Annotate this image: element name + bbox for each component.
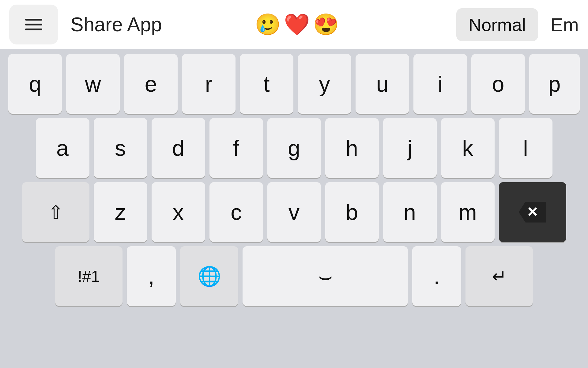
space-symbol: ⌣ [318, 263, 333, 289]
shift-icon: ⇧ [48, 201, 63, 223]
key-e[interactable]: e [124, 54, 178, 114]
key-m[interactable]: m [441, 182, 495, 242]
backspace-key[interactable]: ✕ [499, 182, 566, 242]
globe-icon: 🌐 [198, 265, 221, 287]
menu-button[interactable] [9, 5, 58, 44]
key-g[interactable]: g [267, 118, 321, 178]
key-n[interactable]: n [383, 182, 437, 242]
em-label: Em [550, 14, 579, 36]
hamburger-line-2 [25, 24, 42, 25]
key-k[interactable]: k [441, 118, 495, 178]
key-row-1: q w e r t y u i o p [4, 54, 584, 114]
return-icon: ↵ [492, 266, 507, 287]
key-v[interactable]: v [267, 182, 321, 242]
key-d[interactable]: d [152, 118, 205, 178]
key-y[interactable]: y [298, 54, 351, 114]
key-row-3: ⇧ z x c v b n m ✕ [4, 182, 584, 242]
key-row-4: !#1 , 🌐 ⌣ . ↵ [4, 246, 584, 306]
return-key[interactable]: ↵ [466, 246, 533, 306]
key-j[interactable]: j [383, 118, 437, 178]
hamburger-line-3 [25, 29, 42, 30]
key-z[interactable]: z [94, 182, 147, 242]
backspace-shape: ✕ [519, 202, 546, 223]
key-comma[interactable]: , [127, 246, 176, 306]
key-a[interactable]: a [36, 118, 89, 178]
key-f[interactable]: f [209, 118, 263, 178]
key-row-2: a s d f g h j k l [4, 118, 584, 178]
key-q[interactable]: q [8, 54, 62, 114]
key-x[interactable]: x [152, 182, 205, 242]
key-u[interactable]: u [356, 54, 409, 114]
backspace-x: ✕ [527, 204, 538, 220]
top-bar: Share App 🥲 ❤️ 😍 Normal Em [0, 0, 588, 49]
key-s[interactable]: s [94, 118, 147, 178]
key-o[interactable]: o [471, 54, 525, 114]
hamburger-line-1 [25, 19, 42, 21]
key-b[interactable]: b [325, 182, 379, 242]
key-t[interactable]: t [240, 54, 293, 114]
backspace-icon: ✕ [519, 202, 546, 223]
emoji-love: 😍 [313, 12, 339, 37]
keyboard: q w e r t y u i o p a s d f g h j k l ⇧ … [0, 49, 588, 368]
key-p[interactable]: p [529, 54, 580, 114]
symbol-key[interactable]: !#1 [55, 246, 123, 306]
key-r[interactable]: r [182, 54, 236, 114]
key-period[interactable]: . [412, 246, 461, 306]
space-key[interactable]: ⌣ [243, 246, 408, 306]
key-w[interactable]: w [66, 54, 120, 114]
shift-key[interactable]: ⇧ [22, 182, 89, 242]
key-h[interactable]: h [325, 118, 379, 178]
key-i[interactable]: i [413, 54, 467, 114]
emoji-heart: ❤️ [284, 12, 310, 37]
hamburger-icon [25, 19, 42, 30]
share-app-label: Share App [70, 13, 162, 36]
key-l[interactable]: l [499, 118, 552, 178]
normal-button[interactable]: Normal [456, 8, 538, 41]
emoji-group: 🥲 ❤️ 😍 [150, 12, 444, 37]
emoji-cry: 🥲 [255, 12, 281, 37]
globe-key[interactable]: 🌐 [180, 246, 238, 306]
key-c[interactable]: c [209, 182, 263, 242]
